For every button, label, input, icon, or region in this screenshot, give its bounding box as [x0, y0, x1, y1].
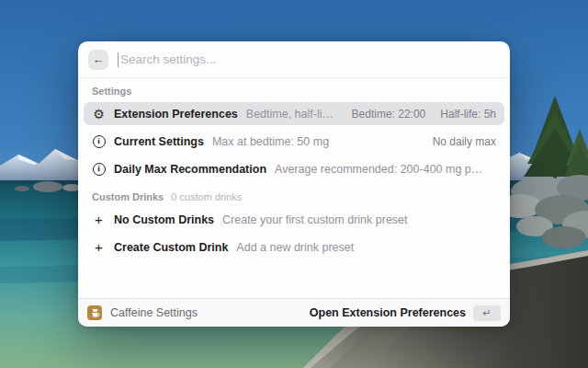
- accessory-daily-max: No daily max: [433, 135, 496, 148]
- item-subtitle: Create your first custom drink preset: [222, 213, 407, 226]
- info-icon: i: [92, 163, 106, 176]
- item-title: No Custom Drinks: [114, 213, 214, 226]
- app-name: Caffeine Settings: [110, 306, 198, 319]
- accessory-bedtime: Bedtime: 22:00: [352, 108, 426, 121]
- back-button[interactable]: ←: [88, 50, 108, 70]
- item-subtitle: Average recommended: 200-400 mg per day: [275, 163, 488, 176]
- list-item-extension-preferences[interactable]: ⚙ Extension Preferences Bedtime, half-li…: [84, 102, 504, 125]
- section-meta: 0 custom drinks: [171, 191, 242, 202]
- primary-action-label: Open Extension Preferences: [310, 306, 466, 319]
- item-title: Current Settings: [114, 135, 204, 148]
- action-bar: Caffeine Settings Open Extension Prefere…: [78, 298, 510, 327]
- list-item-current-settings[interactable]: i Current Settings Max at bedtime: 50 mg…: [84, 130, 504, 153]
- item-accessories: No daily max: [433, 135, 496, 148]
- search-input[interactable]: [118, 50, 503, 70]
- section-header-settings: Settings: [84, 79, 504, 102]
- app-chip: Caffeine Settings: [87, 305, 198, 320]
- list-item-create-custom-drink[interactable]: + Create Custom Drink Add a new drink pr…: [84, 236, 504, 259]
- item-subtitle: Bedtime, half-life, thresholds: [246, 108, 335, 121]
- return-key-icon: ↵: [473, 305, 501, 321]
- item-accessories: Bedtime: 22:00 Half-life: 5h: [352, 108, 496, 121]
- back-arrow-icon: ←: [93, 52, 105, 66]
- list-item-daily-max-recommendation[interactable]: i Daily Max Recommendation Average recom…: [84, 157, 504, 180]
- section-title: Custom Drinks: [92, 191, 164, 202]
- info-icon: i: [92, 135, 106, 148]
- item-title: Extension Preferences: [114, 108, 238, 121]
- raycast-window: ← Settings ⚙ Extension Preferences Bedti…: [78, 41, 510, 327]
- gear-icon: ⚙: [92, 108, 106, 121]
- list-item-no-custom-drinks[interactable]: + No Custom Drinks Create your first cus…: [84, 208, 504, 231]
- open-extension-preferences-button[interactable]: Open Extension Preferences ↵: [310, 305, 501, 321]
- item-subtitle: Max at bedtime: 50 mg: [212, 135, 329, 148]
- section-title: Settings: [92, 86, 131, 97]
- item-subtitle: Add a new drink preset: [236, 241, 354, 254]
- plus-icon: +: [92, 240, 106, 254]
- search-header: ←: [78, 41, 510, 78]
- results-list: Settings ⚙ Extension Preferences Bedtime…: [78, 78, 510, 298]
- plus-icon: +: [92, 213, 106, 226]
- section-header-custom-drinks: Custom Drinks 0 custom drinks: [84, 185, 504, 208]
- item-title: Create Custom Drink: [114, 241, 228, 254]
- caffeine-app-icon: [87, 305, 102, 320]
- accessory-half-life: Half-life: 5h: [440, 108, 496, 121]
- item-title: Daily Max Recommendation: [114, 163, 266, 176]
